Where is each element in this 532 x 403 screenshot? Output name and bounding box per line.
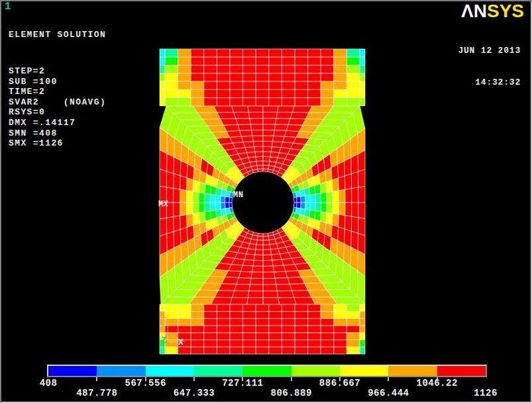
solution-info-block: ELEMENT SOLUTION STEP=2SUB =100TIME=2SVA… [9,10,106,169]
legend-color-segment [97,366,145,376]
min-value-marker: MN [233,191,243,200]
legend-color-segment [48,366,97,376]
legend-tick [291,377,292,381]
info-line: SMX =1126 [9,138,106,149]
legend-color-segment [437,366,486,376]
ansys-graphics-window: 1 ELEMENT SOLUTION STEP=2SUB =100TIME=2S… [0,0,532,403]
ansys-logo: ΛNSYS [461,1,524,21]
legend-value-label: 647.333 [174,388,215,398]
legend-tick [96,377,97,381]
timestamp: JUN 12 2013 14:32:32 [458,24,521,109]
info-line: SMN =408 [9,128,106,139]
legend-value-label: 886.667 [319,378,360,388]
legend-value-label: 1126 [474,388,498,398]
legend-color-segment [340,366,388,376]
info-line: DMX =.14117 [9,118,106,128]
triad-y-label: Y [164,314,169,324]
logo-text-yellow: SYS [487,1,524,21]
legend-value-label: 727.111 [222,378,263,388]
triad-z-label: Z [161,336,166,345]
legend-value-label: 966.444 [368,388,409,398]
legend-tick [193,377,195,381]
legend-color-segment [292,366,340,376]
legend-tick [388,377,389,381]
legend-value-label: 567.556 [125,378,166,388]
legend-color-segment [146,366,194,376]
info-title: ELEMENT SOLUTION [9,30,106,40]
info-line: STEP=2 [9,66,106,77]
max-value-marker: MX [158,200,168,209]
legend-color-segment [388,366,437,376]
logo-text-white: ΛN [461,1,487,21]
legend-color-segment [194,366,242,376]
legend-value-label: 487.778 [76,388,117,398]
legend-value-label: 1046.22 [417,378,458,388]
legend-color-segment [242,366,291,376]
info-line: SUB =100 [9,77,106,87]
legend-value-label: 408 [40,378,58,388]
info-line: RSYS=0 [9,107,106,118]
date-text: JUN 12 2013 [458,46,521,56]
info-line: SVAR2 (NOAVG) [9,97,106,108]
contour-legend-colorbar [47,365,487,377]
info-lines: STEP=2SUB =100TIME=2SVAR2 (NOAVG)RSYS=0D… [9,66,106,149]
legend-value-label: 806.889 [271,388,312,398]
time-text: 14:32:32 [458,77,521,88]
info-line: TIME=2 [9,87,106,97]
triad-x-label: X [178,337,184,347]
